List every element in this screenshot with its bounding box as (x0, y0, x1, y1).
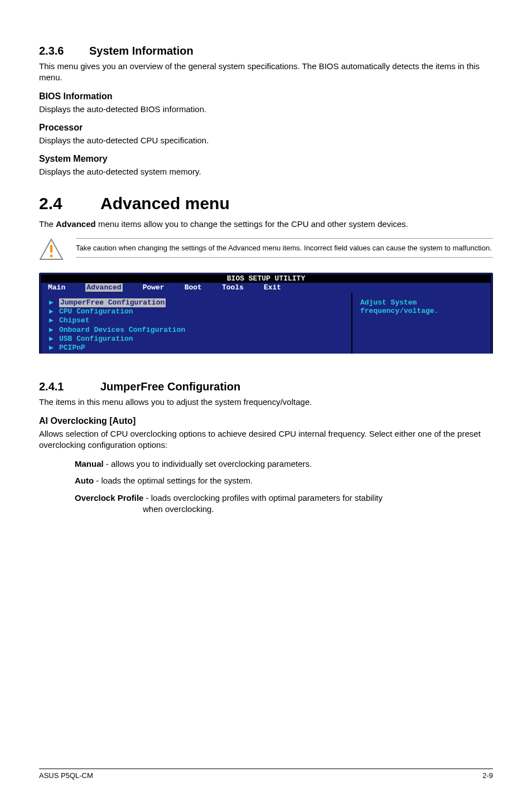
bios-item-jumperfree: JumperFree Configuration (59, 298, 166, 307)
bios-menu-main: Main (48, 283, 65, 292)
bios-curved-bottom (39, 354, 493, 368)
heading-number: 2.4 (39, 194, 100, 213)
option-list: Manual - allows you to individually set … (75, 458, 493, 515)
bios-screenshot: BIOS SETUP UTILITY Main Advanced Power B… (39, 273, 493, 363)
triangle-right-icon: ▶ (49, 326, 59, 335)
bios-help-line: frequency/voltage. (360, 307, 483, 315)
subheading-ai-overclocking: AI Overclocking [Auto] (39, 416, 493, 426)
option-overclock-profile: Overclock Profile - loads overclocking p… (75, 492, 493, 515)
heading-number: 2.3.6 (39, 45, 89, 57)
triangle-right-icon: ▶ (49, 298, 59, 307)
subheading-bios-info: BIOS Information (39, 91, 493, 102)
heading-text: Advanced menu (100, 194, 230, 212)
bios-item-list: ▶JumperFree Configuration ▶CPU Configura… (41, 293, 352, 361)
paragraph: Displays the auto-detected BIOS informat… (39, 104, 493, 115)
svg-point-2 (50, 254, 53, 257)
triangle-right-icon: ▶ (49, 316, 59, 325)
bios-item-pcipnp: PCIPnP (59, 344, 85, 352)
bios-title: BIOS SETUP UTILITY (41, 275, 491, 283)
subheading-system-memory: System Memory (39, 154, 493, 164)
triangle-right-icon: ▶ (49, 335, 59, 344)
bios-menu-bar: Main Advanced Power Boot Tools Exit (41, 283, 491, 293)
option-auto: Auto - loads the optimal settings for th… (75, 475, 493, 486)
paragraph: Displays the auto-detected system memory… (39, 166, 493, 177)
bios-item-onboard: Onboard Devices Configuration (59, 326, 185, 335)
bios-menu-exit: Exit (264, 283, 281, 292)
paragraph: The items in this menu allows you to adj… (39, 397, 493, 408)
bios-menu-boot: Boot (185, 283, 202, 292)
paragraph: This menu gives you an overview of the g… (39, 61, 493, 84)
subheading-processor: Processor (39, 123, 493, 133)
bios-item-usb: USB Configuration (59, 335, 133, 344)
triangle-right-icon: ▶ (49, 307, 59, 316)
heading-text: System Information (89, 45, 194, 57)
footer-page-number: 2-9 (482, 771, 493, 780)
caution-triangle-icon (39, 238, 64, 260)
heading-2-4-1: 2.4.1JumperFree Configuration (39, 380, 493, 393)
option-manual: Manual - allows you to individually set … (75, 458, 493, 470)
triangle-right-icon: ▶ (49, 344, 59, 352)
heading-number: 2.4.1 (39, 380, 100, 393)
footer-product: ASUS P5QL-CM (39, 771, 93, 780)
page-footer: ASUS P5QL-CM 2-9 (39, 769, 493, 780)
heading-text: JumperFree Configuration (100, 380, 240, 393)
caution-note: Take caution when changing the settings … (39, 238, 493, 260)
bios-help-line: Adjust System (360, 298, 483, 307)
bios-menu-tools: Tools (222, 283, 244, 292)
bios-menu-power: Power (143, 283, 165, 292)
bios-item-chipset: Chipset (59, 316, 90, 325)
paragraph: The Advanced menu items allow you to cha… (39, 219, 493, 230)
bios-item-cpu: CPU Configuration (59, 307, 133, 316)
bios-menu-advanced: Advanced (85, 283, 122, 292)
paragraph: Displays the auto-detected CPU specifica… (39, 135, 493, 146)
heading-2-4: 2.4Advanced menu (39, 194, 493, 213)
heading-2-3-6: 2.3.6System Information (39, 45, 493, 57)
paragraph: Allows selection of CPU overclocking opt… (39, 428, 493, 451)
bios-help-pane: Adjust System frequency/voltage. (352, 293, 491, 361)
svg-rect-1 (50, 245, 52, 253)
note-text: Take caution when changing the settings … (76, 238, 493, 258)
